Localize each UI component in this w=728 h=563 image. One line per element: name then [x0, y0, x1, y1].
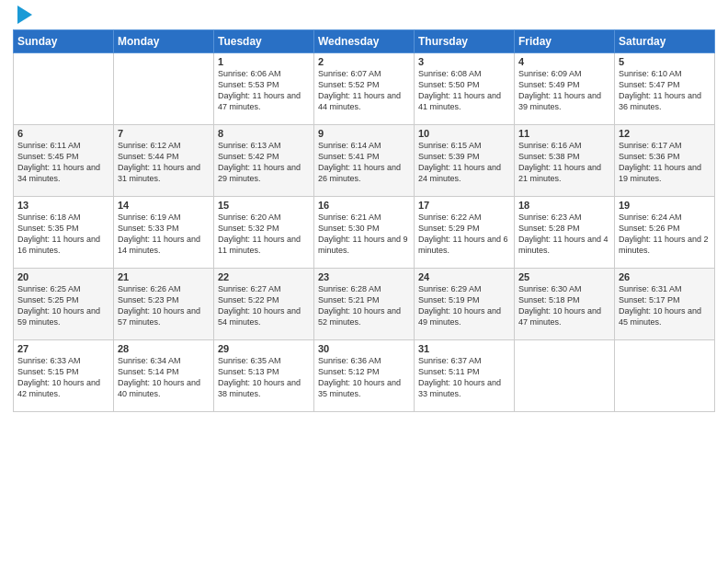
day-info: Sunrise: 6:11 AM Sunset: 5:45 PM Dayligh… — [17, 140, 109, 185]
calendar-header-tuesday: Tuesday — [214, 30, 314, 53]
calendar-cell: 19Sunrise: 6:24 AM Sunset: 5:26 PM Dayli… — [615, 197, 715, 269]
calendar-cell: 31Sunrise: 6:37 AM Sunset: 5:11 PM Dayli… — [415, 340, 515, 412]
day-info: Sunrise: 6:33 AM Sunset: 5:15 PM Dayligh… — [17, 355, 109, 400]
calendar-cell: 3Sunrise: 6:08 AM Sunset: 5:50 PM Daylig… — [415, 53, 515, 125]
calendar-header-monday: Monday — [114, 30, 214, 53]
day-info: Sunrise: 6:26 AM Sunset: 5:23 PM Dayligh… — [118, 283, 210, 328]
day-info: Sunrise: 6:36 AM Sunset: 5:12 PM Dayligh… — [318, 355, 410, 400]
day-number: 23 — [318, 271, 410, 282]
logo — [13, 9, 32, 24]
calendar-header-saturday: Saturday — [615, 30, 715, 53]
calendar-cell: 28Sunrise: 6:34 AM Sunset: 5:14 PM Dayli… — [114, 340, 214, 412]
calendar-week-row: 27Sunrise: 6:33 AM Sunset: 5:15 PM Dayli… — [14, 340, 715, 412]
day-number: 5 — [619, 56, 711, 67]
calendar-cell: 15Sunrise: 6:20 AM Sunset: 5:32 PM Dayli… — [214, 197, 314, 269]
calendar-cell: 29Sunrise: 6:35 AM Sunset: 5:13 PM Dayli… — [214, 340, 314, 412]
calendar-cell: 17Sunrise: 6:22 AM Sunset: 5:29 PM Dayli… — [415, 197, 515, 269]
day-info: Sunrise: 6:29 AM Sunset: 5:19 PM Dayligh… — [418, 283, 510, 328]
calendar-cell: 7Sunrise: 6:12 AM Sunset: 5:44 PM Daylig… — [114, 125, 214, 197]
day-number: 25 — [518, 271, 610, 282]
calendar-cell: 24Sunrise: 6:29 AM Sunset: 5:19 PM Dayli… — [415, 269, 515, 340]
calendar-cell: 22Sunrise: 6:27 AM Sunset: 5:22 PM Dayli… — [214, 269, 314, 340]
day-number: 27 — [17, 343, 109, 354]
day-info: Sunrise: 6:21 AM Sunset: 5:30 PM Dayligh… — [318, 212, 410, 257]
day-number: 2 — [318, 56, 410, 67]
day-number: 30 — [318, 343, 410, 354]
day-info: Sunrise: 6:25 AM Sunset: 5:25 PM Dayligh… — [17, 283, 109, 328]
day-number: 13 — [17, 200, 109, 211]
calendar-cell: 20Sunrise: 6:25 AM Sunset: 5:25 PM Dayli… — [14, 269, 114, 340]
day-info: Sunrise: 6:30 AM Sunset: 5:18 PM Dayligh… — [518, 283, 610, 328]
calendar-week-row: 20Sunrise: 6:25 AM Sunset: 5:25 PM Dayli… — [14, 269, 715, 340]
calendar-cell — [615, 340, 715, 412]
day-info: Sunrise: 6:35 AM Sunset: 5:13 PM Dayligh… — [218, 355, 310, 400]
day-number: 12 — [619, 128, 711, 139]
calendar-week-row: 13Sunrise: 6:18 AM Sunset: 5:35 PM Dayli… — [14, 197, 715, 269]
calendar-cell: 4Sunrise: 6:09 AM Sunset: 5:49 PM Daylig… — [515, 53, 615, 125]
calendar-cell: 18Sunrise: 6:23 AM Sunset: 5:28 PM Dayli… — [515, 197, 615, 269]
day-number: 22 — [218, 271, 310, 282]
day-number: 8 — [218, 128, 310, 139]
day-number: 28 — [118, 343, 210, 354]
calendar-cell: 16Sunrise: 6:21 AM Sunset: 5:30 PM Dayli… — [314, 197, 415, 269]
calendar-header-row: SundayMondayTuesdayWednesdayThursdayFrid… — [14, 30, 715, 53]
day-number: 19 — [619, 200, 711, 211]
day-info: Sunrise: 6:24 AM Sunset: 5:26 PM Dayligh… — [619, 212, 711, 257]
calendar-cell: 23Sunrise: 6:28 AM Sunset: 5:21 PM Dayli… — [314, 269, 415, 340]
day-info: Sunrise: 6:12 AM Sunset: 5:44 PM Dayligh… — [118, 140, 210, 185]
day-number: 9 — [318, 128, 410, 139]
calendar-header-wednesday: Wednesday — [314, 30, 415, 53]
day-info: Sunrise: 6:20 AM Sunset: 5:32 PM Dayligh… — [218, 212, 310, 257]
calendar-cell: 8Sunrise: 6:13 AM Sunset: 5:42 PM Daylig… — [214, 125, 314, 197]
day-number: 3 — [418, 56, 510, 67]
calendar-cell: 10Sunrise: 6:15 AM Sunset: 5:39 PM Dayli… — [415, 125, 515, 197]
calendar-cell: 12Sunrise: 6:17 AM Sunset: 5:36 PM Dayli… — [615, 125, 715, 197]
day-number: 18 — [518, 200, 610, 211]
day-info: Sunrise: 6:18 AM Sunset: 5:35 PM Dayligh… — [17, 212, 109, 257]
calendar-cell: 27Sunrise: 6:33 AM Sunset: 5:15 PM Dayli… — [14, 340, 114, 412]
day-info: Sunrise: 6:09 AM Sunset: 5:49 PM Dayligh… — [518, 68, 610, 113]
header — [13, 9, 715, 24]
calendar-cell: 6Sunrise: 6:11 AM Sunset: 5:45 PM Daylig… — [14, 125, 114, 197]
day-number: 24 — [418, 271, 510, 282]
calendar-cell — [114, 53, 214, 125]
day-number: 17 — [418, 200, 510, 211]
calendar-cell: 11Sunrise: 6:16 AM Sunset: 5:38 PM Dayli… — [515, 125, 615, 197]
day-number: 29 — [218, 343, 310, 354]
day-info: Sunrise: 6:10 AM Sunset: 5:47 PM Dayligh… — [619, 68, 711, 113]
day-info: Sunrise: 6:19 AM Sunset: 5:33 PM Dayligh… — [118, 212, 210, 257]
calendar-cell: 9Sunrise: 6:14 AM Sunset: 5:41 PM Daylig… — [314, 125, 415, 197]
calendar-cell: 1Sunrise: 6:06 AM Sunset: 5:53 PM Daylig… — [214, 53, 314, 125]
day-info: Sunrise: 6:07 AM Sunset: 5:52 PM Dayligh… — [318, 68, 410, 113]
day-info: Sunrise: 6:27 AM Sunset: 5:22 PM Dayligh… — [218, 283, 310, 328]
calendar-header-thursday: Thursday — [415, 30, 515, 53]
day-info: Sunrise: 6:34 AM Sunset: 5:14 PM Dayligh… — [118, 355, 210, 400]
calendar-header-sunday: Sunday — [14, 30, 114, 53]
calendar-cell: 13Sunrise: 6:18 AM Sunset: 5:35 PM Dayli… — [14, 197, 114, 269]
day-number: 16 — [318, 200, 410, 211]
day-number: 21 — [118, 271, 210, 282]
calendar-table: SundayMondayTuesdayWednesdayThursdayFrid… — [13, 29, 715, 412]
day-number: 26 — [619, 271, 711, 282]
calendar-week-row: 6Sunrise: 6:11 AM Sunset: 5:45 PM Daylig… — [14, 125, 715, 197]
day-info: Sunrise: 6:37 AM Sunset: 5:11 PM Dayligh… — [418, 355, 510, 400]
day-number: 10 — [418, 128, 510, 139]
day-number: 14 — [118, 200, 210, 211]
calendar-cell — [14, 53, 114, 125]
day-number: 31 — [418, 343, 510, 354]
day-info: Sunrise: 6:13 AM Sunset: 5:42 PM Dayligh… — [218, 140, 310, 185]
day-info: Sunrise: 6:06 AM Sunset: 5:53 PM Dayligh… — [218, 68, 310, 113]
calendar-cell: 21Sunrise: 6:26 AM Sunset: 5:23 PM Dayli… — [114, 269, 214, 340]
day-info: Sunrise: 6:28 AM Sunset: 5:21 PM Dayligh… — [318, 283, 410, 328]
day-number: 20 — [17, 271, 109, 282]
day-info: Sunrise: 6:31 AM Sunset: 5:17 PM Dayligh… — [619, 283, 711, 328]
day-number: 11 — [518, 128, 610, 139]
logo-arrow-icon — [17, 6, 32, 24]
calendar-cell: 30Sunrise: 6:36 AM Sunset: 5:12 PM Dayli… — [314, 340, 415, 412]
calendar-week-row: 1Sunrise: 6:06 AM Sunset: 5:53 PM Daylig… — [14, 53, 715, 125]
day-info: Sunrise: 6:14 AM Sunset: 5:41 PM Dayligh… — [318, 140, 410, 185]
day-number: 15 — [218, 200, 310, 211]
calendar-cell: 2Sunrise: 6:07 AM Sunset: 5:52 PM Daylig… — [314, 53, 415, 125]
day-number: 7 — [118, 128, 210, 139]
calendar-header-friday: Friday — [515, 30, 615, 53]
